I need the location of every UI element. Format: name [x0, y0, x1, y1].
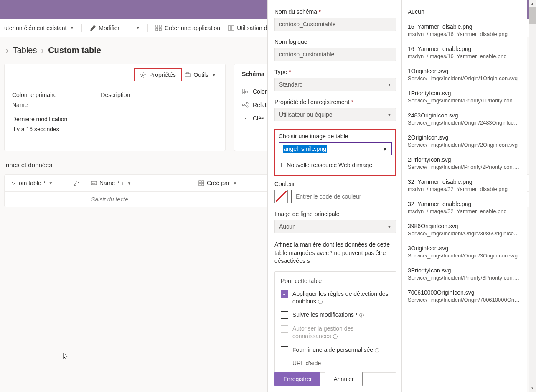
- schema-name-input[interactable]: contoso_Customtable: [274, 18, 396, 31]
- breadcrumb-sep: ›: [41, 46, 44, 55]
- dropdown-item-path: msdyn_/Images/32_Yammer_disable.png: [408, 186, 521, 192]
- image-select[interactable]: angel_smile.png ▼: [279, 142, 392, 155]
- properties-button[interactable]: Propriétés: [134, 68, 182, 81]
- color-label: Couleur: [274, 181, 396, 187]
- new-row-input[interactable]: [91, 196, 187, 203]
- new-image-resource[interactable]: + Nouvelle ressource Web d'image: [279, 159, 392, 171]
- chevron-down-icon: ▼: [212, 73, 216, 77]
- cancel-button[interactable]: Annuler: [325, 372, 362, 386]
- color-swatch[interactable]: [274, 190, 288, 203]
- plus-icon: +: [279, 161, 283, 169]
- chevron-down-icon: ▼: [387, 82, 391, 87]
- save-button[interactable]: Enregistrer: [274, 372, 320, 386]
- column-icon: Abc: [242, 88, 249, 95]
- track-changes-checkbox[interactable]: [281, 311, 288, 319]
- schema-title: Schéma: [242, 71, 264, 77]
- vertical-scrollbar[interactable]: ▲ ▼: [529, 0, 536, 392]
- dropdown-item[interactable]: 3OriginIcon.svgService/_imgs/Incident/Or…: [402, 241, 527, 263]
- main-image-select[interactable]: Aucun▼: [274, 220, 396, 233]
- dropdown-item[interactable]: 700610000OriginIcon.svgService/_imgs/Inc…: [402, 285, 527, 307]
- properties-label: Propriétés: [149, 71, 176, 78]
- table-options: Pour cette table Appliquer les règles de…: [274, 271, 396, 373]
- name-col-header[interactable]: Abc Name * ↑ ▼: [85, 175, 193, 191]
- url-help-label: URL d'aide: [292, 360, 390, 367]
- separator: [81, 24, 82, 32]
- primary-column-value: Name: [12, 102, 67, 108]
- help-text: Affinez la manière dont les données de c…: [274, 241, 396, 265]
- chevron-down-icon[interactable]: ▼: [136, 25, 140, 30]
- relation-icon: [242, 102, 249, 108]
- knowledge-checkbox: [281, 325, 288, 333]
- dropdown-item-name: 1PriorityIcon.svg: [408, 90, 521, 97]
- dropdown-item-path: Service/_imgs/Incident/Priority/3Priorit…: [408, 275, 521, 281]
- dropdown-item[interactable]: 1OriginIcon.svgService/_imgs/Incident/Or…: [402, 64, 527, 86]
- dropdown-item[interactable]: Aucun: [402, 4, 527, 19]
- duplicate-detection-checkbox[interactable]: [281, 290, 288, 298]
- new-resource-label: Nouvelle ressource Web d'image: [287, 162, 372, 168]
- separator: [127, 24, 127, 32]
- scroll-down-arrow[interactable]: ▼: [529, 385, 536, 392]
- duplicate-detection-label: Appliquer les règles de détection des do…: [292, 290, 390, 305]
- created-col-header[interactable]: Créé par ▼: [193, 175, 276, 191]
- dropdown-item-path: Service/_imgs/Incident/Priority/1Priorit…: [408, 97, 521, 104]
- chevron-down-icon: ▼: [387, 112, 391, 117]
- dropdown-item[interactable]: 32_Yammer_enable.pngmsdyn_/Images/32_Yam…: [402, 196, 527, 219]
- description-label: Description: [101, 92, 130, 98]
- properties-card: Propriétés Outils ▼ Colonne primaire Nam…: [4, 64, 226, 151]
- breadcrumb-current: Custom table: [48, 46, 101, 55]
- dropdown-item[interactable]: 2OriginIcon.svgService/_imgs/Incident/Or…: [402, 130, 527, 152]
- info-icon: ⓘ: [375, 348, 379, 353]
- add-existing-label: uter un élément existant: [4, 25, 66, 31]
- toolbox-icon: [184, 71, 191, 78]
- scroll-thumb[interactable]: [529, 7, 536, 24]
- dropdown-item-name: 32_Yammer_enable.png: [408, 201, 521, 207]
- chevron-down-icon: ▼: [49, 181, 53, 186]
- text-icon: Abc: [91, 180, 97, 186]
- last-modified-label: Dernière modification: [12, 116, 67, 122]
- schema-keys-label: Clés: [253, 115, 264, 122]
- svg-rect-2: [156, 28, 158, 31]
- svg-text:Abc: Abc: [243, 90, 249, 93]
- svg-rect-3: [159, 28, 161, 31]
- dropdown-item-name: 3986OriginIcon.svg: [408, 223, 521, 229]
- color-input[interactable]: [296, 193, 391, 200]
- svg-point-10: [242, 104, 244, 106]
- custom-help-checkbox[interactable]: [281, 346, 288, 354]
- knowledge-label: Autoriser la gestion des connaissances ⓘ: [292, 325, 390, 340]
- dropdown-item-name: Aucun: [408, 8, 521, 15]
- dropdown-item[interactable]: 32_Yammer_disable.pngmsdyn_/Images/32_Ya…: [402, 174, 527, 196]
- tools-label: Outils: [193, 71, 208, 78]
- table-col-header[interactable]: om table * ▼: [5, 175, 85, 191]
- dropdown-item-name: 2PriorityIcon.svg: [408, 156, 521, 163]
- dropdown-item[interactable]: 3PriorityIcon.svgService/_imgs/Incident/…: [402, 263, 527, 285]
- key-icon: [242, 115, 249, 122]
- dropdown-item-name: 1OriginIcon.svg: [408, 68, 521, 74]
- dropdown-item-path: Service/_imgs/Incident/Origin/3986Origin…: [408, 230, 521, 237]
- add-existing-button[interactable]: uter un élément existant ▼: [4, 25, 74, 31]
- ownership-select[interactable]: Utilisateur ou équipe▼: [274, 108, 396, 121]
- col-label: om table: [19, 180, 41, 186]
- scroll-up-arrow[interactable]: ▲: [529, 0, 536, 7]
- tools-button[interactable]: Outils ▼: [180, 68, 220, 81]
- dropdown-item[interactable]: 16_Yammer_enable.pngmsdyn_/Images/16_Yam…: [402, 41, 527, 64]
- edit-button[interactable]: Modifier: [89, 25, 119, 31]
- dropdown-item[interactable]: 16_Yammer_disable.pngmsdyn_/Images/16_Ya…: [402, 19, 527, 41]
- chevron-down-icon: ▼: [127, 181, 131, 186]
- pencil-icon: [89, 25, 96, 31]
- svg-rect-7: [185, 74, 190, 77]
- info-icon: ⓘ: [318, 299, 323, 304]
- properties-panel: Nom du schéma * contoso_Customtable Nom …: [267, 0, 401, 392]
- type-select[interactable]: Standard▼: [274, 78, 396, 91]
- table-image-highlight: Choisir une image de table angel_smile.p…: [274, 129, 396, 176]
- dropdown-item-path: msdyn_/Images/16_Yammer_disable.png: [408, 31, 521, 37]
- dropdown-item[interactable]: 1PriorityIcon.svgService/_imgs/Incident/…: [402, 86, 527, 108]
- dropdown-item[interactable]: 2PriorityIcon.svgService/_imgs/Incident/…: [402, 152, 527, 174]
- dropdown-item[interactable]: 2483OriginIcon.svgService/_imgs/Incident…: [402, 108, 527, 130]
- create-app-button[interactable]: Créer une application: [155, 25, 220, 31]
- dropdown-item[interactable]: 3986OriginIcon.svgService/_imgs/Incident…: [402, 219, 527, 241]
- svg-rect-4: [228, 26, 231, 30]
- breadcrumb-tables[interactable]: Tables: [13, 46, 37, 55]
- image-dropdown-list[interactable]: Aucun16_Yammer_disable.pngmsdyn_/Images/…: [401, 0, 527, 392]
- col-label: Créé par: [207, 180, 229, 186]
- svg-rect-0: [156, 25, 158, 27]
